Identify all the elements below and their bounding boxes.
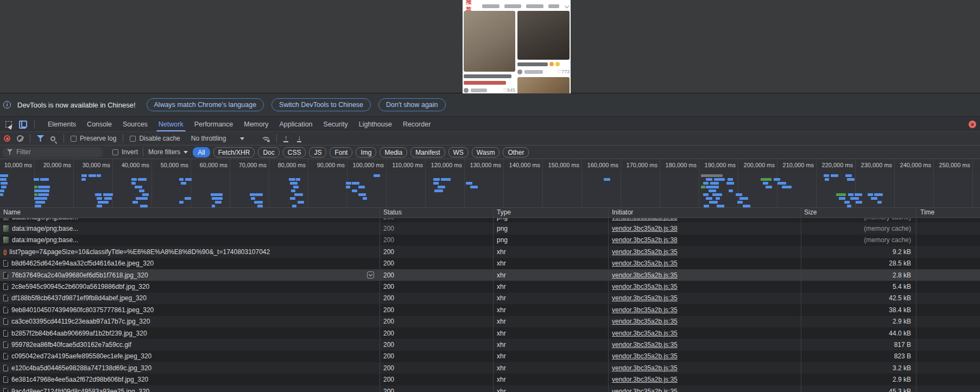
notif-button-don-t-show-again[interactable]: Don't show again: [378, 98, 446, 111]
network-request-row[interactable]: 9ac4d8eec7124fd09d8c49583a93ee25.jpg_320…: [0, 385, 980, 392]
tab-network[interactable]: Network: [153, 117, 189, 131]
network-request-row[interactable]: data:image/png;base...200pngvendor.3bc35…: [0, 218, 980, 223]
initiator-link[interactable]: vendor.3bc35a2b.js:35: [612, 376, 678, 383]
column-header-time[interactable]: Time: [920, 208, 934, 216]
network-request-row[interactable]: 2c8e5945c90945c2b6090a5619886dbf.jpg_320…: [0, 281, 980, 292]
network-request-row[interactable]: df188b5f8cb6437d9871ef9fb8d4abef.jpeg_32…: [0, 293, 980, 304]
tab-sources[interactable]: Sources: [117, 117, 153, 131]
network-request-row[interactable]: b8d64625d6424e94aa32cf5d4616a16e.jpeg_32…: [0, 258, 980, 269]
network-conditions-icon[interactable]: [261, 135, 270, 142]
filter-chip-doc[interactable]: Doc: [258, 147, 279, 157]
search-icon[interactable]: [50, 136, 55, 141]
network-request-row[interactable]: data:image/png;base...200pngvendor.3bc35…: [0, 235, 980, 246]
initiator-link[interactable]: vendor.3bc35a2b.js:38: [612, 218, 678, 221]
more-filters-button[interactable]: More filters: [148, 148, 188, 156]
like-count[interactable]: ♡845: [503, 87, 515, 93]
column-header-initiator[interactable]: Initiator: [612, 208, 633, 216]
filter-input[interactable]: Filter: [2, 147, 103, 157]
network-request-row[interactable]: b2857f2b84b64aab906699af1b2bf239.jpg_320…: [0, 327, 980, 339]
notif-button-switch-devtools-to-chinese[interactable]: Switch DevTools to Chinese: [271, 98, 371, 111]
initiator-link[interactable]: vendor.3bc35a2b.js:35: [612, 260, 678, 267]
like-count[interactable]: ♡773: [557, 69, 570, 74]
filter-chip-font[interactable]: Font: [330, 147, 352, 157]
network-request-row[interactable]: e120c4ba5d04465e98288a747138d69c.jpg_320…: [0, 362, 980, 374]
network-request-row[interactable]: data:image/png;base...200pngvendor.3bc35…: [0, 223, 980, 234]
network-overview-waterfall[interactable]: [0, 173, 980, 208]
network-request-row[interactable]: ca3ce03395cd44119c23eaab97a17b7c.jpg_320…: [0, 316, 980, 327]
filter-chip-media[interactable]: Media: [380, 147, 407, 157]
filter-chip-wasm[interactable]: Wasm: [472, 147, 500, 157]
initiator-link[interactable]: vendor.3bc35a2b.js:38: [612, 225, 678, 232]
network-request-row[interactable]: 9eb8401045074394960fc80375777861.jpeg_32…: [0, 304, 980, 315]
invert-toggle[interactable]: Invert: [112, 148, 138, 156]
page-nav-tab-redacted[interactable]: [548, 4, 559, 8]
network-request-row[interactable]: 959782ea86fb40fcae5d30162e7a59cc.gif200x…: [0, 339, 980, 350]
preview-badge-icon[interactable]: [367, 271, 374, 279]
initiator-link[interactable]: vendor.3bc35a2b.js:35: [612, 271, 678, 279]
clear-network-log-icon[interactable]: [17, 135, 23, 142]
initiator-link[interactable]: vendor.3bc35a2b.js:35: [612, 283, 678, 290]
checkbox-icon[interactable]: [130, 136, 136, 142]
initiator-link[interactable]: vendor.3bc35a2b.js:38: [612, 236, 678, 244]
filter-chip-js[interactable]: JS: [309, 147, 326, 157]
chevron-down-icon[interactable]: [565, 4, 569, 8]
page-nav-tab-redacted[interactable]: [482, 4, 500, 8]
initiator-link[interactable]: vendor.3bc35a2b.js:35: [612, 294, 678, 302]
tab-performance[interactable]: Performance: [189, 117, 239, 131]
page-nav-tab-redacted[interactable]: [526, 4, 543, 8]
checkbox-icon[interactable]: [112, 149, 118, 155]
throttling-select[interactable]: No throttling: [191, 135, 245, 142]
export-har-icon[interactable]: ↓: [297, 135, 302, 142]
network-request-row[interactable]: 6e381c47968e4ee5aa2f672d98b606bf.jpg_320…: [0, 374, 980, 385]
initiator-link[interactable]: vendor.3bc35a2b.js:35: [612, 318, 678, 325]
device-toolbar-icon[interactable]: [19, 121, 27, 128]
network-request-row[interactable]: 76b37649ca2c40a99680ef6d5b1f7618.jpg_320…: [0, 269, 980, 281]
timeline-ruler[interactable]: 10,000 ms20,000 ms30,000 ms40,000 ms50,0…: [0, 159, 980, 173]
tab-elements[interactable]: Elements: [42, 117, 81, 131]
feed-card-left[interactable]: ♡845: [464, 11, 515, 93]
column-divider[interactable]: [916, 208, 916, 392]
inspect-element-icon[interactable]: [5, 121, 12, 128]
checkbox-icon[interactable]: [71, 136, 77, 142]
initiator-link[interactable]: vendor.3bc35a2b.js:35: [612, 248, 678, 256]
filter-chip-manifest[interactable]: Manifest: [410, 147, 445, 157]
initiator-link[interactable]: vendor.3bc35a2b.js:35: [612, 306, 678, 314]
filter-chip-ws[interactable]: WS: [448, 147, 469, 157]
column-divider[interactable]: [608, 208, 609, 392]
tab-recorder[interactable]: Recorder: [397, 117, 436, 131]
filter-chip-all[interactable]: All: [193, 147, 210, 157]
tab-console[interactable]: Console: [81, 117, 117, 131]
initiator-link[interactable]: vendor.3bc35a2b.js:35: [612, 364, 678, 372]
initiator-link[interactable]: vendor.3bc35a2b.js:35: [612, 330, 678, 337]
import-har-icon[interactable]: ↑: [283, 135, 288, 142]
network-request-row[interactable]: c095042ed72a4195aefe895580ec1efe.jpeg_32…: [0, 351, 980, 362]
filter-funnel-icon[interactable]: [37, 135, 44, 142]
initiator-link[interactable]: vendor.3bc35a2b.js:35: [612, 388, 678, 392]
record-network-log-icon[interactable]: [4, 135, 10, 142]
preserve-log-toggle[interactable]: Preserve log: [71, 135, 116, 142]
initiator-link[interactable]: vendor.3bc35a2b.js:35: [612, 341, 678, 349]
filter-chip-other[interactable]: Other: [503, 147, 529, 157]
tab-memory[interactable]: Memory: [238, 117, 274, 131]
tab-security[interactable]: Security: [318, 117, 353, 131]
tab-application[interactable]: Application: [274, 117, 318, 131]
filter-chip-fetch-xhr[interactable]: Fetch/XHR: [213, 147, 255, 157]
filter-chip-img[interactable]: Img: [356, 147, 376, 157]
column-header-status[interactable]: Status: [383, 208, 402, 216]
error-count-badge[interactable]: ×: [969, 121, 976, 128]
initiator-link[interactable]: vendor.3bc35a2b.js:35: [612, 352, 678, 360]
filter-chip-css[interactable]: CSS: [283, 147, 306, 157]
network-request-row[interactable]: ()list?page=7&pageSize=10&classifyTitle=…: [0, 246, 980, 257]
column-divider[interactable]: [380, 208, 380, 392]
page-nav-tab-redacted[interactable]: [504, 4, 522, 8]
tab-lighthouse[interactable]: Lighthouse: [353, 117, 397, 131]
requests-table-body: data:image/png;base...200pngvendor.3bc35…: [0, 218, 980, 392]
disable-cache-toggle[interactable]: Disable cache: [130, 135, 180, 142]
column-divider[interactable]: [801, 208, 801, 392]
column-header-size[interactable]: Size: [804, 208, 817, 216]
feed-card-right[interactable]: ♡773: [517, 11, 570, 93]
column-header-type[interactable]: Type: [497, 208, 511, 216]
column-header-name[interactable]: Name: [3, 208, 21, 216]
notif-button-always-match-chrome-s-language[interactable]: Always match Chrome's language: [147, 98, 264, 111]
column-divider[interactable]: [493, 208, 494, 392]
